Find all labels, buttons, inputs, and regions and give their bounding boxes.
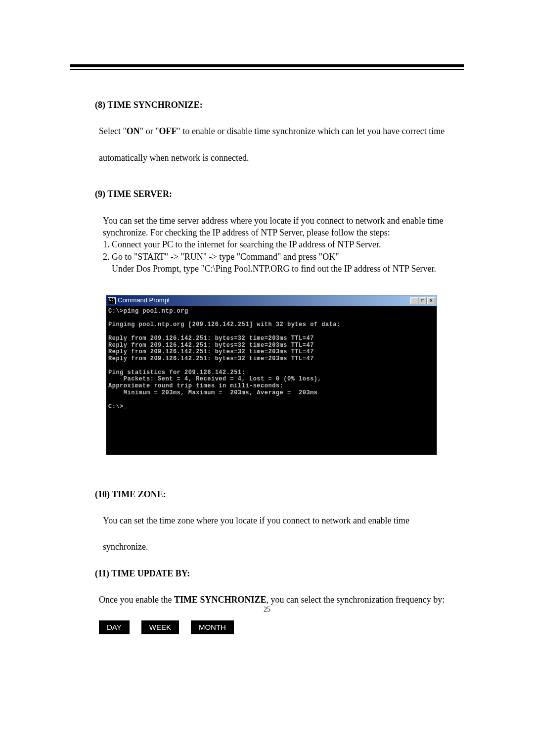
text: " or " bbox=[140, 126, 159, 136]
paragraph-text: automatically when network is connected. bbox=[99, 152, 465, 164]
step-text: 2. Go to "START" -> "RUN" -> type "Comma… bbox=[103, 251, 465, 263]
heading-time-update-by: (11) TIME UPDATE BY: bbox=[95, 568, 465, 579]
text-on: ON bbox=[127, 126, 140, 136]
paragraph-text: Select "ON" or "OFF" to enable or disabl… bbox=[99, 126, 465, 137]
window-title: Command Prompt bbox=[118, 296, 170, 305]
command-prompt-icon bbox=[108, 297, 116, 304]
paragraph-group: You can set the time server address wher… bbox=[103, 215, 465, 275]
text-off: OFF bbox=[159, 126, 177, 136]
text: " to enable or disable time synchronize … bbox=[177, 126, 445, 136]
step-text: 1. Connect your PC to the internet for s… bbox=[103, 239, 465, 250]
step-text: Under Dos Prompt, type "C:\Ping Pool.NTP… bbox=[112, 263, 465, 275]
paragraph-text: synchronize. For checking the IP address… bbox=[103, 227, 465, 238]
text: Once you enable the bbox=[99, 595, 174, 605]
text-bold: TIME SYNCHRONIZE bbox=[174, 595, 267, 605]
close-button[interactable]: × bbox=[427, 297, 435, 304]
window-titlebar: Command Prompt _ □ × bbox=[106, 295, 437, 306]
paragraph-text: You can set the time zone where you loca… bbox=[103, 515, 465, 526]
heading-time-zone: (10) TIME ZONE: bbox=[95, 489, 465, 500]
section-divider bbox=[70, 64, 464, 70]
minimize-button[interactable]: _ bbox=[410, 297, 418, 304]
paragraph-text: synchronize. bbox=[103, 541, 465, 553]
titlebar-left: Command Prompt bbox=[108, 296, 170, 305]
heading-time-server: (9) TIME SERVER: bbox=[95, 189, 465, 200]
page-content: (8) TIME SYNCHRONIZE: Select "ON" or "OF… bbox=[69, 99, 465, 634]
page-number: 25 bbox=[0, 606, 534, 614]
maximize-button[interactable]: □ bbox=[419, 297, 427, 304]
day-button[interactable]: DAY bbox=[99, 620, 130, 634]
terminal-output: C:\>ping pool.ntp.org Pinging pool.ntp.o… bbox=[106, 306, 437, 455]
paragraph-text: You can set the time server address wher… bbox=[103, 215, 465, 227]
command-prompt-window: Command Prompt _ □ × C:\>ping pool.ntp.o… bbox=[106, 295, 437, 455]
month-button[interactable]: MONTH bbox=[191, 620, 234, 634]
paragraph-text: Once you enable the TIME SYNCHRONIZE, yo… bbox=[99, 594, 465, 606]
window-buttons: _ □ × bbox=[410, 297, 435, 304]
text: , you can select the synchronization fre… bbox=[266, 595, 445, 605]
heading-time-synchronize: (8) TIME SYNCHRONIZE: bbox=[95, 99, 465, 111]
text: Select " bbox=[99, 126, 127, 136]
frequency-buttons: DAY WEEK MONTH bbox=[99, 620, 465, 634]
week-button[interactable]: WEEK bbox=[141, 620, 179, 634]
